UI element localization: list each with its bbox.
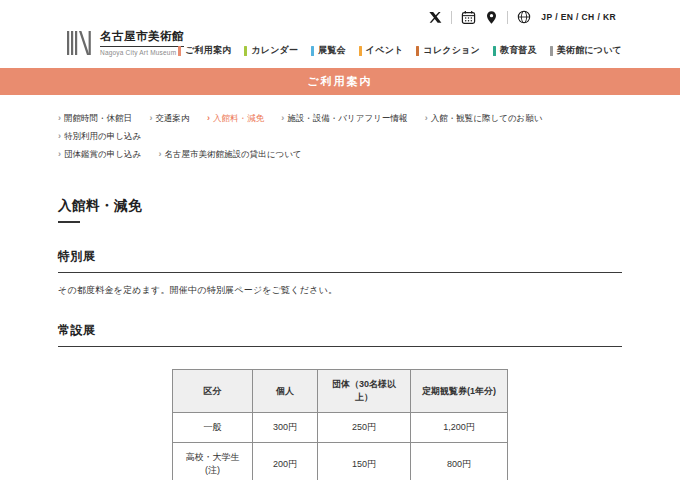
title-underline	[58, 221, 80, 223]
subnav-link-hours[interactable]: ›開館時間・休館日	[58, 110, 132, 126]
nav-item-guide[interactable]: ご利用案内	[178, 44, 231, 57]
nav-color-bar	[244, 46, 247, 56]
site-subtitle: Nagoya City Art Museum	[100, 49, 184, 56]
nav-color-bar	[359, 46, 362, 56]
chevron-right-icon: ›	[58, 146, 61, 162]
globe-icon[interactable]	[517, 10, 531, 24]
banner-title: ご利用案内	[307, 74, 372, 89]
subnav-link-admission[interactable]: ›入館料・減免	[207, 110, 264, 126]
nav-item-exhibitions[interactable]: 展覧会	[311, 44, 346, 57]
page-title: 入館料・減免	[58, 197, 622, 215]
table-row: 高校・大学生(注) 200円 150円 800円	[173, 443, 508, 480]
page-banner: ご利用案内	[0, 68, 680, 95]
section-body-special: その都度料金を定めます。開催中の特別展ページをご覧ください。	[58, 284, 622, 297]
cell: 250円	[318, 413, 411, 443]
x-social-icon[interactable]	[429, 11, 442, 24]
subnav-link-special-use[interactable]: ›特別利用の申し込み	[58, 128, 141, 144]
nav-color-bar	[493, 46, 496, 56]
table-header-row: 区分 個人 団体（30名様以上） 定期観覧券(1年分)	[173, 370, 508, 413]
chevron-right-icon: ›	[425, 110, 428, 126]
col-header-annual-pass: 定期観覧券(1年分)	[411, 370, 508, 413]
nav-color-bar	[416, 46, 419, 56]
chevron-right-icon: ›	[58, 110, 61, 126]
section-heading-special: 特別展	[58, 248, 622, 273]
cell: 1,200円	[411, 413, 508, 443]
nav-item-education[interactable]: 教育普及	[493, 44, 537, 57]
global-nav: ご利用案内 カレンダー 展覧会 イベント コレクション 教育普及 美術館について	[178, 44, 622, 57]
subnav-row: ›団体鑑賞の申し込み ›名古屋市美術館施設の貸出について	[58, 144, 622, 162]
divider	[507, 11, 508, 24]
cell: 800円	[411, 443, 508, 480]
subnav-link-facility-rental[interactable]: ›名古屋市美術館施設の貸出について	[159, 146, 302, 162]
calendar-icon[interactable]	[461, 10, 476, 25]
nav-item-about[interactable]: 美術館について	[550, 44, 622, 57]
chevron-right-icon: ›	[159, 146, 162, 162]
nav-color-bar	[178, 46, 181, 56]
chevron-right-icon: ›	[207, 110, 210, 126]
nav-item-calendar[interactable]: カレンダー	[244, 44, 298, 57]
chevron-right-icon: ›	[281, 110, 284, 126]
cell: 一般	[173, 413, 253, 443]
subnav-link-facilities[interactable]: ›施設・設備・バリアフリー情報	[281, 110, 407, 126]
site-title: 名古屋市美術館	[100, 29, 184, 47]
table-row: 一般 300円 250円 1,200円	[173, 413, 508, 443]
site-header: 名古屋市美術館 Nagoya City Art Museum	[0, 0, 680, 68]
admission-price-table: 区分 個人 団体（30名様以上） 定期観覧券(1年分) 一般 300円 250円…	[172, 369, 508, 480]
subnav-link-access[interactable]: ›交通案内	[149, 110, 189, 126]
chevron-right-icon: ›	[58, 128, 61, 144]
col-header-category: 区分	[173, 370, 253, 413]
section-subnav: ›開館時間・休館日 ›交通案内 ›入館料・減免 ›施設・設備・バリアフリー情報 …	[58, 108, 622, 162]
utility-bar: JP / EN / CH / KR	[429, 9, 616, 25]
nav-color-bar	[311, 46, 314, 56]
chevron-right-icon: ›	[149, 110, 152, 126]
price-table-wrap: 区分 個人 団体（30名様以上） 定期観覧券(1年分) 一般 300円 250円…	[58, 369, 622, 480]
col-header-group: 団体（30名様以上）	[318, 370, 411, 413]
location-pin-icon[interactable]	[485, 10, 498, 25]
cell: 150円	[318, 443, 411, 480]
cell: 200円	[253, 443, 318, 480]
col-header-individual: 個人	[253, 370, 318, 413]
main-content: 入館料・減免 特別展 その都度料金を定めます。開催中の特別展ページをご覧ください…	[58, 197, 622, 480]
cell: 300円	[253, 413, 318, 443]
nav-item-collection[interactable]: コレクション	[416, 44, 479, 57]
divider	[451, 11, 452, 24]
site-logo[interactable]: 名古屋市美術館 Nagoya City Art Museum	[66, 29, 184, 56]
nav-color-bar	[550, 46, 553, 56]
subnav-link-group-visit[interactable]: ›団体鑑賞の申し込み	[58, 146, 141, 162]
section-heading-permanent: 常設展	[58, 322, 622, 347]
language-switcher[interactable]: JP / EN / CH / KR	[541, 12, 616, 22]
nav-item-events[interactable]: イベント	[359, 44, 404, 57]
museum-logo-icon	[66, 30, 93, 56]
cell: 高校・大学生(注)	[173, 443, 253, 480]
subnav-link-requests[interactable]: ›入館・観覧に際してのお願い	[425, 110, 543, 126]
subnav-row: ›開館時間・休館日 ›交通案内 ›入館料・減免 ›施設・設備・バリアフリー情報 …	[58, 108, 622, 144]
